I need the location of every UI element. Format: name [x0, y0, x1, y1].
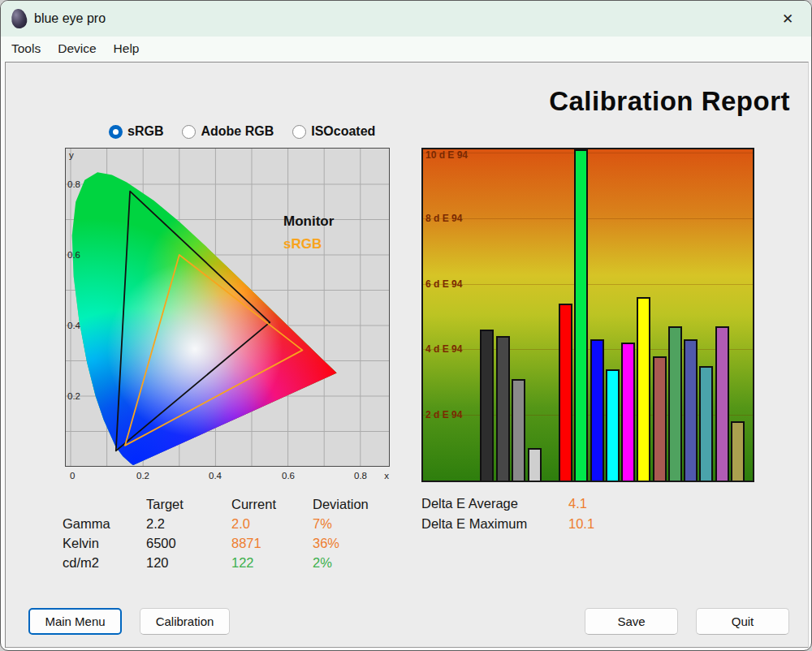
delta-e-bar [621, 343, 635, 481]
svg-text:0.4: 0.4 [209, 471, 222, 481]
svg-text:0: 0 [70, 471, 75, 481]
calibration-stats-table: Target Current Deviation Gamma 2.2 2.0 7… [63, 497, 402, 575]
delta-e-bar [574, 149, 588, 481]
delta-average-label: Delta E Average [421, 496, 568, 516]
cie-chromaticity-diagram: y 0.8 0.6 0.4 0.2 0 0.2 0.4 0.6 0.8 x Mo… [65, 148, 390, 483]
menu-help[interactable]: Help [114, 41, 140, 56]
delta-average-value: 4.1 [568, 496, 594, 516]
delta-maximum-value: 10.1 [568, 516, 594, 537]
profile-radio-group: sRGBAdobe RGBISOcoated [109, 124, 375, 139]
svg-text:0.4: 0.4 [67, 321, 81, 330]
main-menu-button[interactable]: Main Menu [28, 608, 122, 635]
radio-option-adobe-rgb[interactable]: Adobe RGB [182, 124, 274, 139]
target-value: 2.2 [146, 516, 231, 536]
delta-e-bar [480, 330, 494, 481]
delta-e-bar [668, 326, 682, 481]
target-value: 6500 [146, 536, 231, 555]
col-header-target: Target [146, 497, 231, 516]
col-header-deviation: Deviation [313, 497, 402, 516]
close-icon[interactable]: ✕ [777, 8, 798, 29]
window-title: blue eye pro [34, 11, 106, 26]
menu-bar: Tools Device Help [1, 37, 811, 61]
delta-e-bar [606, 369, 620, 481]
delta-e-bar [559, 304, 572, 481]
current-value: 2.0 [231, 516, 313, 536]
radio-label: ISOcoated [311, 124, 375, 139]
title-bar: blue eye pro ✕ [1, 1, 811, 37]
row-label: Kelvin [63, 536, 146, 555]
radio-label: sRGB [127, 124, 163, 139]
chart-ytick-label: 6 d E 94 [425, 278, 462, 290]
chart-ytick-label: 10 d E 94 [425, 149, 468, 161]
delta-e-bar-chart: 10 d E 948 d E 946 d E 944 d E 942 d E 9… [421, 148, 754, 482]
delta-e-bar [715, 326, 729, 481]
quit-button[interactable]: Quit [696, 608, 789, 635]
deviation-value: 36% [313, 536, 402, 555]
chart-ytick-label: 4 d E 94 [425, 343, 462, 355]
current-value: 122 [231, 555, 313, 575]
calibration-button[interactable]: Calibration [140, 608, 230, 635]
app-window: blue eye pro ✕ Tools Device Help Calibra… [0, 0, 812, 651]
current-value: 8871 [231, 536, 313, 555]
deviation-value: 7% [313, 516, 402, 536]
delta-e-bar [512, 379, 525, 481]
radio-option-isocoated[interactable]: ISOcoated [292, 124, 375, 139]
delta-e-bar [637, 297, 650, 481]
svg-text:0.6: 0.6 [67, 250, 80, 260]
page-title: Calibration Report [549, 86, 790, 117]
save-button[interactable]: Save [585, 608, 678, 635]
delta-e-bar [684, 339, 698, 481]
menu-tools[interactable]: Tools [11, 41, 41, 56]
delta-e-bar [699, 366, 713, 481]
delta-maximum-label: Delta E Maximum [421, 516, 568, 537]
svg-text:0.8: 0.8 [67, 179, 80, 189]
delta-e-bar [653, 356, 667, 481]
radio-label: Adobe RGB [201, 124, 274, 139]
svg-text:0.8: 0.8 [354, 471, 367, 481]
delta-e-bar [590, 339, 604, 481]
radio-unselected-icon[interactable] [182, 125, 196, 139]
svg-text:0.6: 0.6 [282, 471, 295, 481]
app-egg-icon [10, 8, 28, 30]
menu-device[interactable]: Device [58, 41, 96, 56]
content-panel: Calibration Report sRGBAdobe RGBISOcoate… [5, 62, 809, 648]
y-axis-label: y [69, 150, 74, 160]
radio-option-srgb[interactable]: sRGB [109, 124, 163, 139]
col-header-current: Current [231, 497, 313, 516]
target-value: 120 [146, 555, 231, 575]
row-label: Gamma [63, 516, 146, 536]
x-axis-label: x [384, 471, 389, 481]
row-label: cd/m2 [63, 555, 146, 575]
chart-ytick-label: 8 d E 94 [425, 213, 462, 224]
radio-selected-icon[interactable] [109, 125, 123, 139]
svg-text:0.2: 0.2 [67, 391, 80, 401]
delta-e-bar [528, 448, 542, 481]
chart-ytick-label: 2 d E 94 [425, 409, 462, 420]
legend-monitor: Monitor [283, 213, 335, 229]
delta-e-summary: Delta E Average 4.1 Delta E Maximum 10.1 [421, 496, 594, 537]
radio-unselected-icon[interactable] [292, 125, 306, 139]
svg-text:0.2: 0.2 [136, 471, 149, 481]
deviation-value: 2% [313, 555, 402, 575]
delta-e-bar [731, 421, 745, 481]
delta-e-bar [496, 336, 510, 481]
legend-srgb: sRGB [283, 236, 322, 252]
